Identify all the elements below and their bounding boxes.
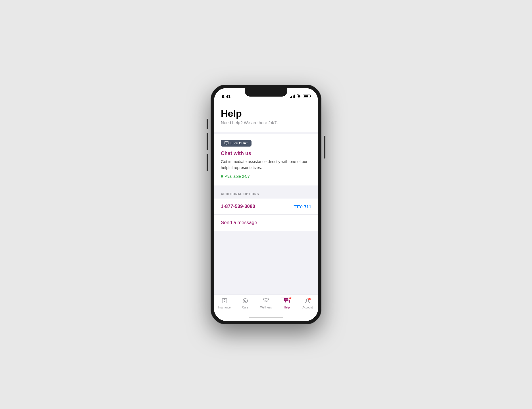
svg-point-1: [226, 143, 227, 143]
wellness-icon: [263, 298, 269, 305]
help-icon-container: [283, 298, 290, 305]
page-subtitle: Need help? We are here 24/7.: [221, 120, 311, 125]
help-notification-badge: [289, 297, 291, 299]
live-chat-badge[interactable]: LIVE CHAT: [221, 140, 252, 147]
additional-options-header: ADDITIONAL OPTIONS: [214, 188, 318, 199]
phone-frame: 9:41: [211, 85, 321, 324]
phone-screen: 9:41: [214, 88, 318, 321]
tab-insurance[interactable]: + Insurance: [214, 297, 235, 310]
svg-point-16: [306, 299, 309, 301]
additional-options-label: ADDITIONAL OPTIONS: [221, 192, 259, 196]
screen-content[interactable]: Help Need help? We are here 24/7. LIVE C…: [214, 102, 318, 295]
svg-point-8: [244, 300, 246, 302]
chat-with-us-title[interactable]: Chat with us: [221, 151, 311, 156]
availability-text: Available 24/7: [225, 174, 250, 179]
svg-text:+: +: [224, 300, 225, 303]
svg-point-13: [285, 299, 286, 300]
tty-number[interactable]: 711: [304, 204, 311, 209]
home-indicator: [214, 315, 318, 321]
send-message-link[interactable]: Send a message: [221, 220, 257, 226]
availability-dot: [221, 175, 223, 178]
power-button: [324, 136, 325, 158]
account-icon: !: [304, 298, 311, 305]
status-time: 9:41: [222, 94, 230, 99]
availability-indicator: Available 24/7: [221, 174, 311, 179]
svg-point-15: [287, 299, 288, 300]
notch: [245, 88, 287, 97]
phone-row[interactable]: 1-877-539-3080 TTY: 711: [214, 199, 318, 215]
svg-point-2: [227, 143, 228, 143]
divider-2: [214, 185, 318, 188]
svg-point-14: [286, 299, 286, 300]
tab-bar: + Insurance Care: [214, 295, 318, 315]
home-bar: [249, 317, 283, 318]
mute-button: [207, 119, 208, 129]
tab-insurance-label: Insurance: [218, 306, 231, 309]
chat-description: Get immediate assistance directly with o…: [221, 159, 311, 171]
status-icons: [290, 94, 310, 99]
tty-info: TTY: 711: [294, 204, 311, 209]
tab-help-label: Help: [284, 306, 290, 309]
message-row[interactable]: Send a message: [214, 215, 318, 231]
tty-label: TTY:: [294, 204, 304, 209]
svg-text:!: !: [309, 299, 310, 300]
signal-icon: [290, 95, 295, 98]
header-section: Help Need help? We are here 24/7.: [214, 102, 318, 132]
phone-number[interactable]: 1-877-539-3080: [221, 204, 255, 209]
insurance-icon: +: [221, 298, 228, 305]
care-icon: [242, 298, 248, 305]
live-chat-section: LIVE CHAT Chat with us Get immediate ass…: [214, 134, 318, 185]
tab-care[interactable]: Care: [235, 297, 255, 310]
wifi-icon: [297, 94, 301, 99]
svg-point-0: [225, 143, 226, 143]
divider-1: [214, 132, 318, 134]
tab-account-label: Account: [302, 306, 313, 309]
tab-help[interactable]: Help: [277, 297, 297, 310]
tab-account[interactable]: ! Account: [297, 297, 318, 310]
tab-wellness-label: Wellness: [260, 306, 272, 309]
volume-up-button: [207, 133, 208, 150]
live-chat-icon: [224, 141, 229, 145]
bottom-space: [214, 231, 318, 295]
live-chat-label: LIVE CHAT: [230, 141, 248, 145]
volume-down-button: [207, 154, 208, 171]
tab-care-label: Care: [242, 306, 248, 309]
options-list: 1-877-539-3080 TTY: 711 Send a message: [214, 199, 318, 231]
battery-icon: [303, 95, 310, 98]
tab-wellness[interactable]: Wellness: [255, 297, 276, 310]
page-title: Help: [221, 108, 311, 119]
